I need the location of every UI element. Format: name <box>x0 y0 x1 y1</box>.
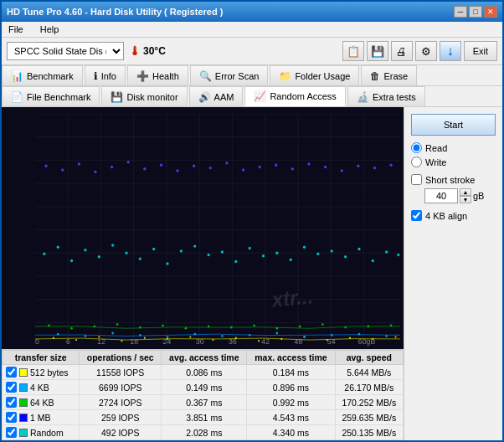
file-benchmark-icon: 📄 <box>11 91 23 103</box>
tab-disk-monitor[interactable]: 💾 Disk monitor <box>101 86 187 106</box>
svg-point-100 <box>344 255 347 258</box>
tab-benchmark[interactable]: 📊 Benchmark <box>2 65 83 85</box>
svg-point-42 <box>258 340 260 342</box>
row-max: 0.896 ms <box>247 380 335 395</box>
short-stroke-checkbox[interactable] <box>411 174 422 185</box>
row-name: Random <box>30 428 64 438</box>
benchmark-icon: 📊 <box>11 70 23 82</box>
drive-selector[interactable]: SPCC Solid State Dis (60 gB) <box>7 42 124 60</box>
svg-point-101 <box>357 248 360 250</box>
row-label-cell: 512 bytes <box>3 365 80 380</box>
tab-extra-tests[interactable]: 🔬 Extra tests <box>347 86 425 106</box>
short-stroke-input[interactable] <box>424 188 458 203</box>
svg-point-71 <box>253 324 255 326</box>
tab-aam-label: AAM <box>214 92 234 102</box>
spin-up-button[interactable]: ▲ <box>460 188 471 196</box>
write-radio[interactable] <box>411 157 422 167</box>
tab-health[interactable]: ➕ Health <box>127 65 188 85</box>
read-radio-label[interactable]: Read <box>411 142 496 153</box>
row-checkbox[interactable] <box>6 397 17 408</box>
toolbar-btn-4[interactable]: ⚙ <box>415 41 437 61</box>
svg-point-126 <box>389 163 392 166</box>
main-content: 5.00 4.50 4.00 3.50 3.00 2.50 2.00 1.50 … <box>2 107 502 440</box>
svg-point-37 <box>144 337 146 339</box>
write-radio-label[interactable]: Write <box>411 157 496 167</box>
svg-point-79 <box>57 246 59 249</box>
toolbar-btn-5[interactable]: ↓ <box>440 41 461 61</box>
tab-erase[interactable]: 🗑 Erase <box>361 65 417 85</box>
svg-text:30: 30 <box>196 337 204 345</box>
close-button[interactable]: ✕ <box>484 6 497 18</box>
short-stroke-label[interactable]: Short stroke <box>411 174 496 185</box>
svg-point-84 <box>125 251 127 254</box>
tab-aam[interactable]: 🔊 AAM <box>189 86 244 106</box>
svg-point-116 <box>225 162 228 164</box>
table-row: 64 KB2724 IOPS0.367 ms0.992 ms170.252 MB… <box>3 395 404 410</box>
toolbar-btn-2[interactable]: 💾 <box>367 41 388 61</box>
start-button[interactable]: Start <box>411 114 496 136</box>
col-speed-header: avg. speed <box>335 351 403 365</box>
svg-point-34 <box>75 339 77 341</box>
read-radio[interactable] <box>411 142 422 153</box>
align-label[interactable]: 4 KB align <box>411 210 496 221</box>
chart-area: 5.00 4.50 4.00 3.50 3.00 2.50 2.00 1.50 … <box>2 107 404 440</box>
col-avg-header: avg. access time <box>162 351 247 365</box>
svg-point-72 <box>276 327 279 330</box>
row-checkbox[interactable] <box>6 367 17 378</box>
svg-text:18: 18 <box>130 337 138 345</box>
row-checkbox[interactable] <box>6 382 17 393</box>
toolbar-btn-3[interactable]: 🖨 <box>391 41 413 61</box>
tab-file-benchmark[interactable]: 📄 File Benchmark <box>2 86 100 106</box>
tab-folder-usage[interactable]: 📁 Folder Usage <box>270 65 359 85</box>
svg-point-117 <box>242 168 244 171</box>
row-avg: 3.851 ms <box>162 410 247 425</box>
exit-button[interactable]: Exit <box>464 41 497 61</box>
svg-point-102 <box>372 260 374 262</box>
toolbar-icon-group: 📋 💾 🖨 ⚙ ↓ Exit <box>342 41 497 61</box>
info-icon: ℹ <box>94 70 98 82</box>
minimize-button[interactable]: ─ <box>454 6 467 18</box>
row-label-cell: 1 MB <box>3 410 80 425</box>
svg-point-125 <box>373 167 376 169</box>
tab-file-benchmark-label: File Benchmark <box>27 92 90 102</box>
toolbar-btn-1[interactable]: 📋 <box>342 41 364 61</box>
svg-point-65 <box>116 323 119 326</box>
svg-point-114 <box>193 165 195 167</box>
row-checkbox[interactable] <box>6 427 17 438</box>
tab-extra-tests-label: Extra tests <box>373 92 416 102</box>
align-checkbox[interactable] <box>411 210 422 221</box>
spin-down-button[interactable]: ▼ <box>460 196 471 203</box>
row-ops: 492 IOPS <box>80 425 162 440</box>
row-name: 512 bytes <box>30 367 69 378</box>
extra-tests-icon: 🔬 <box>357 91 369 103</box>
tab-random-access[interactable]: 📈 Random Access <box>244 86 345 106</box>
svg-point-50 <box>85 335 87 337</box>
svg-point-75 <box>344 326 347 329</box>
svg-point-55 <box>221 335 224 337</box>
tab-health-label: Health <box>152 71 179 81</box>
table-row: 4 KB6699 IOPS0.149 ms0.896 ms26.170 MB/s <box>3 380 404 395</box>
tab-folder-usage-label: Folder Usage <box>295 71 350 81</box>
row-checkbox[interactable] <box>6 412 17 423</box>
tab-error-scan[interactable]: 🔍 Error Scan <box>190 65 269 85</box>
short-stroke-group: Short stroke ▲ ▼ gB <box>411 174 496 203</box>
row-color <box>19 383 28 392</box>
maximize-button[interactable]: □ <box>469 6 482 18</box>
svg-point-87 <box>166 262 168 265</box>
svg-point-96 <box>290 259 292 261</box>
table-row: Random492 IOPS2.028 ms4.340 ms250.135 MB… <box>3 425 404 440</box>
svg-point-119 <box>275 163 277 166</box>
menu-file[interactable]: File <box>5 23 27 35</box>
menu-help[interactable]: Help <box>37 23 63 35</box>
svg-point-111 <box>143 167 146 170</box>
row-ops: 2724 IOPS <box>80 395 162 410</box>
row-speed: 170.252 MB/s <box>335 395 403 410</box>
row-max: 4.340 ms <box>247 425 335 440</box>
aam-icon: 🔊 <box>198 91 211 103</box>
toolbar: SPCC Solid State Dis (60 gB) 🌡 30°C 📋 💾 … <box>2 38 502 65</box>
svg-point-85 <box>139 257 141 260</box>
svg-point-39 <box>189 336 191 337</box>
svg-point-110 <box>127 161 130 163</box>
tab-info[interactable]: ℹ Info <box>85 65 126 85</box>
side-panel: Start Read Write Short stroke <box>404 107 502 440</box>
